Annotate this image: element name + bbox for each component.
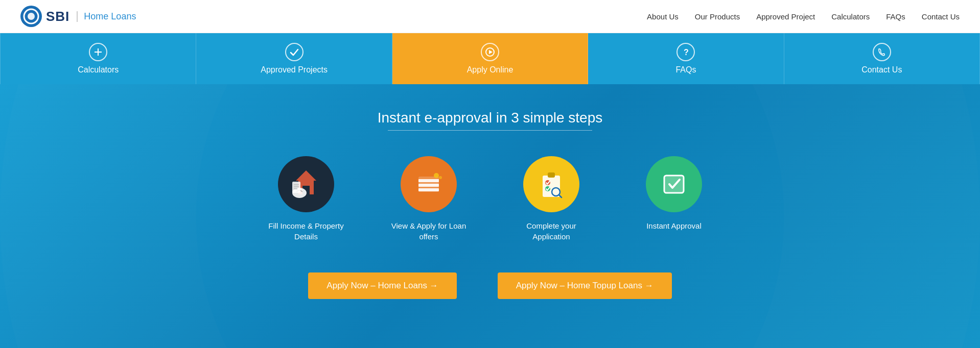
tab-calculators-label: Calculators <box>78 65 119 74</box>
svg-rect-21 <box>543 176 560 197</box>
step-4: Instant Approval <box>633 156 715 231</box>
svg-line-26 <box>559 195 562 197</box>
sbi-wordmark: SBI <box>46 9 69 24</box>
hero-section: Instant e-approval in 3 simple steps <box>0 84 980 348</box>
svg-text:?: ? <box>684 48 689 57</box>
svg-point-2 <box>28 13 35 20</box>
svg-point-19 <box>434 173 439 178</box>
steps-row: Fill Income & Property Details View & Ap… <box>265 156 715 242</box>
svg-rect-22 <box>548 172 555 178</box>
svg-marker-6 <box>489 50 493 54</box>
faqs-icon: ? <box>676 43 695 61</box>
home-loans-tagline: Home Loans <box>77 11 136 22</box>
main-nav: About Us Our Products Approved Project C… <box>647 12 960 21</box>
nav-products[interactable]: Our Products <box>695 12 740 21</box>
tab-approved-label: Approved Projects <box>261 65 328 74</box>
nav-about[interactable]: About Us <box>647 12 679 21</box>
tab-faqs[interactable]: ? FAQs <box>588 33 784 84</box>
svg-rect-27 <box>664 176 684 193</box>
step-3-label: Complete your Application <box>510 220 592 242</box>
step-1: Fill Income & Property Details <box>265 156 347 242</box>
nav-approved[interactable]: Approved Project <box>756 12 815 21</box>
step-3-icon <box>523 156 579 212</box>
site-header: SBI Home Loans About Us Our Products App… <box>0 0 980 33</box>
sbi-logo-circle <box>20 6 42 27</box>
svg-rect-17 <box>418 184 439 187</box>
step-2-label: View & Apply for Loan offers <box>388 220 470 242</box>
tab-contact-label: Contact Us <box>861 65 902 74</box>
step-2: View & Apply for Loan offers <box>388 156 470 242</box>
tab-apply-online[interactable]: Apply Online <box>392 33 588 84</box>
svg-rect-11 <box>292 182 300 193</box>
logo-area: SBI Home Loans <box>20 6 136 27</box>
tab-contact[interactable]: Contact Us <box>784 33 980 84</box>
apply-icon <box>481 43 499 61</box>
nav-contact[interactable]: Contact Us <box>922 12 960 21</box>
hero-title: Instant e-approval in 3 simple steps <box>378 110 602 126</box>
tab-bar: Calculators Approved Projects Apply Onli… <box>0 33 980 84</box>
tab-apply-label: Apply Online <box>467 65 514 74</box>
svg-rect-16 <box>418 179 439 182</box>
step-4-label: Instant Approval <box>646 220 702 231</box>
tab-faqs-label: FAQs <box>675 65 696 74</box>
cta-row: Apply Now – Home Loans → Apply Now – Hom… <box>308 272 671 299</box>
apply-topup-loans-button[interactable]: Apply Now – Home Topup Loans → <box>498 272 672 299</box>
hero-divider <box>388 130 592 131</box>
contact-icon <box>873 43 891 61</box>
tab-approved-projects[interactable]: Approved Projects <box>196 33 392 84</box>
step-3: Complete your Application <box>510 156 592 242</box>
calculators-icon <box>89 43 107 61</box>
tab-calculators[interactable]: Calculators <box>0 33 196 84</box>
step-1-icon <box>278 156 334 212</box>
apply-home-loans-button[interactable]: Apply Now – Home Loans → <box>308 272 456 299</box>
svg-point-20 <box>439 176 442 179</box>
nav-calculators[interactable]: Calculators <box>831 12 870 21</box>
sbi-logo: SBI <box>20 6 69 27</box>
nav-faqs[interactable]: FAQs <box>886 12 905 21</box>
step-2-icon <box>401 156 457 212</box>
step-1-label: Fill Income & Property Details <box>265 220 347 242</box>
svg-rect-18 <box>418 188 439 191</box>
approved-icon <box>285 43 304 61</box>
step-4-icon <box>646 156 702 212</box>
